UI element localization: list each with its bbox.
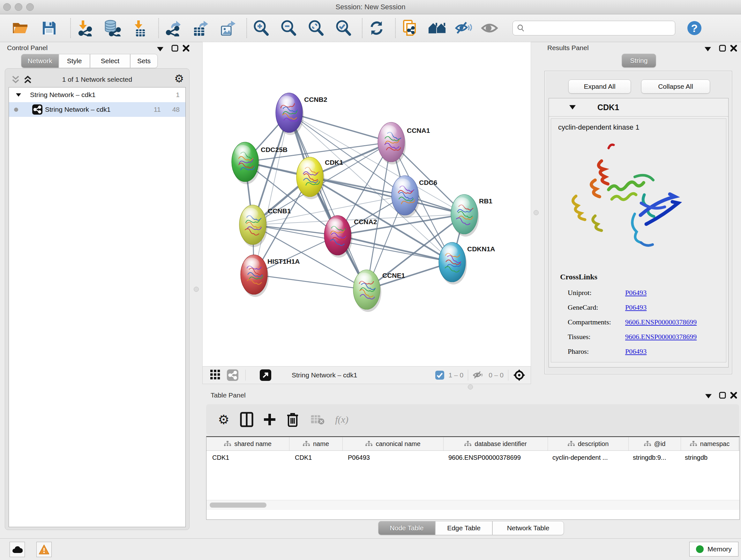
import-network-button[interactable] [73,17,96,40]
clone-network-button[interactable] [398,17,421,40]
tab-node-table[interactable]: Node Table [378,521,435,535]
warnings-button[interactable] [37,542,52,557]
delete-table-button-disabled[interactable] [308,410,327,429]
import-network-from-database-button[interactable] [101,17,124,40]
tab-style[interactable]: Style [59,54,90,68]
control-panel-close-icon[interactable] [183,45,190,52]
column-header-4[interactable]: description [548,437,629,450]
crosslink-uniprot-link[interactable]: P06493 [625,289,647,297]
network-row-selected[interactable]: String Network – cdk1 11 48 [9,102,185,117]
crosslink-row: Compartments: 9606.ENSP00000378699 [568,315,724,329]
import-table-button[interactable] [128,17,151,40]
apply-function-button-disabled[interactable]: f(x) [332,410,352,429]
column-header-2[interactable]: canonical name [343,437,444,450]
tab-network[interactable]: Network [21,54,59,68]
column-header-3[interactable]: database identifier [444,437,548,450]
zoom-out-button[interactable] [277,17,300,40]
crosslink-tissues-link[interactable]: 9606.ENSP00000378699 [625,333,697,341]
create-column-button[interactable] [260,410,280,429]
table-h-scrollbar-thumb[interactable] [210,503,266,508]
left-splitter-handle[interactable] [194,287,199,292]
network-status-dot [14,108,18,112]
table-cell-0[interactable]: CDK1 [206,451,289,464]
help-button[interactable]: ? [683,17,706,40]
protein-description: cyclin-dependent kinase 1 [551,119,726,132]
control-panel-float-icon[interactable] [171,44,179,52]
selected-nodes-checkbox-icon[interactable] [435,371,444,380]
table-panel-menu-icon[interactable] [705,394,712,398]
column-header-6[interactable]: namespac [681,437,739,450]
network-options-gear-icon[interactable]: ⚙︎ [174,73,184,84]
collapse-all-button[interactable]: Collapse All [641,79,710,94]
search-input[interactable] [525,24,664,32]
table-row[interactable]: CDK1CDK1P064939606.ENSP00000378699cyclin… [206,451,739,464]
tab-string[interactable]: String [622,54,656,68]
show-columns-button[interactable] [237,410,257,429]
network-collection-row[interactable]: String Network – cdk1 1 [9,87,185,102]
results-panel-close-icon[interactable] [730,45,737,52]
refresh-icon [368,20,385,36]
import-network-icon [77,20,93,37]
import-database-icon [104,20,121,37]
crosslink-compartments-link[interactable]: 9606.ENSP00000378699 [625,318,697,326]
tab-sets[interactable]: Sets [130,54,158,68]
expand-all-button[interactable]: Expand All [568,79,631,94]
open-session-button[interactable] [9,17,32,40]
export-table-button[interactable] [189,17,212,40]
column-header-1[interactable]: name [289,437,343,450]
zoom-in-button[interactable] [250,17,273,40]
table-settings-gear-icon[interactable]: ⚙︎ [214,410,233,429]
fit-selected-crosshair-icon[interactable] [513,369,526,381]
node-gloss [244,258,259,270]
tab-network-table[interactable]: Network Table [492,521,564,535]
results-panel-menu-icon[interactable] [704,47,711,51]
hide-selected-button[interactable] [452,17,475,40]
column-tree-icon [568,441,575,447]
tree-expand-icon[interactable] [16,93,21,97]
table-cell-4[interactable]: cyclin-dependent ... [547,451,627,464]
home-button[interactable] [426,17,449,40]
table-panel: Table Panel ⚙︎ [202,388,741,537]
right-splitter-handle[interactable] [534,210,539,215]
memory-button[interactable]: Memory [689,542,738,557]
tab-select[interactable]: Select [90,54,130,68]
show-all-button[interactable] [478,17,501,40]
table-panel-float-icon[interactable] [719,391,726,399]
table-cell-3[interactable]: 9606.ENSP00000378699 [443,451,547,464]
export-image-button[interactable] [216,17,239,40]
network-share-toggle-icon[interactable] [227,369,239,381]
hidden-counts: 0 – 0 [488,371,503,379]
column-header-0[interactable]: shared name [206,437,289,450]
apply-style-button[interactable] [365,17,388,40]
node-gloss [442,245,458,257]
network-view-canvas[interactable]: CCNB2CCNA1CDC25BCDK1CDC6RB1CCNB1CCNA2CDK… [202,42,531,367]
delete-column-button[interactable] [283,410,302,429]
crosslink-pharos-link[interactable]: P06493 [625,348,647,356]
save-session-button[interactable] [38,17,61,40]
table-cell-6[interactable]: stringdb [679,451,737,464]
column-tree-icon [224,441,231,447]
network-node-label-HIST1H1A: HIST1H1A [267,258,300,265]
string-results-box: Expand All Collapse All CDK1 cyclin-depe… [544,71,732,374]
export-network-button[interactable] [161,17,185,40]
table-cell-5[interactable]: stringdb:9... [627,451,679,464]
open-in-window-icon[interactable] [260,369,271,381]
protein-name: CDK1 [597,103,619,112]
table-panel-close-icon[interactable] [730,392,737,399]
network-graph[interactable]: CCNB2CCNA1CDC25BCDK1CDC6RB1CCNB1CCNA2CDK… [203,42,531,367]
control-panel-menu-icon[interactable] [157,47,163,51]
column-header-5[interactable]: @id [629,437,681,450]
table-cell-2[interactable]: P06493 [342,451,443,464]
cloud-status-button[interactable] [10,542,25,557]
node-gloss [394,179,410,191]
network-edge-CCNB2-CCNA1 [289,113,391,142]
protein-card-collapse-icon[interactable] [569,105,576,110]
table-cell-1[interactable]: CDK1 [289,451,342,464]
zoom-selected-button[interactable] [332,17,355,40]
zoom-fit-button[interactable] [305,17,327,40]
crosslink-genecard-link[interactable]: P06493 [625,303,647,312]
tab-edge-table[interactable]: Edge Table [435,521,492,535]
results-panel-float-icon[interactable] [719,44,726,52]
node-gloss [454,197,470,209]
birds-eye-grid-icon[interactable] [210,370,221,381]
